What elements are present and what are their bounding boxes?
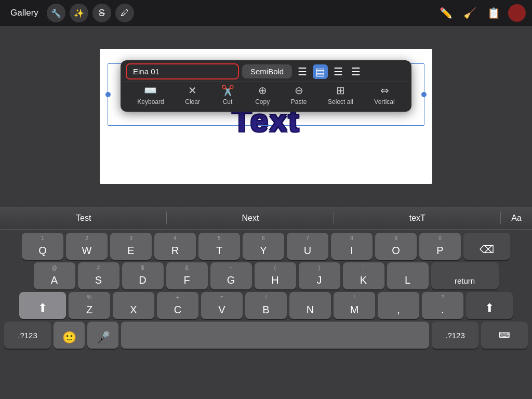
key-f[interactable]: &F (166, 262, 208, 289)
key-a[interactable]: @A (34, 262, 75, 289)
key-x[interactable]: X (113, 292, 154, 319)
key-shift-right[interactable]: ⬆ (466, 292, 513, 319)
key-period[interactable]: ?. (422, 292, 463, 319)
paste-icon: ⊖ (295, 84, 303, 97)
key-q[interactable]: 1Q (22, 233, 63, 260)
wrench-icon-button[interactable]: 🔧 (47, 4, 65, 22)
key-o[interactable]: 9O (375, 233, 417, 260)
keyboard-action[interactable]: ⌨️ Keyboard (133, 83, 168, 107)
key-p[interactable]: 0P (419, 233, 461, 260)
key-spacebar[interactable] (121, 322, 429, 349)
key-n[interactable]: N (289, 292, 331, 319)
eraser-tool-icon[interactable]: 🧹 (460, 4, 479, 22)
key-i[interactable]: 8I (331, 233, 373, 260)
key-c[interactable]: +C (157, 292, 198, 319)
copy-icon: ⊕ (258, 84, 267, 97)
keyboard-area: Test Next texT Aa 1Q 2W 3E 4R 5T 6Y 7U 8… (0, 207, 532, 399)
key-h[interactable]: (H (255, 262, 296, 289)
clear-action[interactable]: ✕ Clear (181, 83, 204, 107)
select-all-label: Select all (328, 98, 353, 105)
handle-left-center[interactable] (105, 92, 111, 97)
key-e[interactable]: 3E (110, 233, 152, 260)
cut-icon: ✂️ (221, 84, 234, 97)
key-t[interactable]: 5T (198, 233, 240, 260)
key-b[interactable]: /B (245, 292, 287, 319)
key-shift-left[interactable]: ⬆ (19, 292, 66, 319)
font-weight-button[interactable]: SemiBold (242, 64, 292, 78)
copy-action[interactable]: ⊕ Copy (251, 83, 274, 107)
popup-toolbar: SemiBold ☰ ▤ ☰ ☰ ⌨️ Keyboard ✕ Clear ✂️ … (121, 60, 411, 112)
keyboard-label: Keyboard (137, 98, 164, 105)
key-emoji[interactable]: 🙂 (54, 322, 85, 349)
key-j[interactable]: )J (299, 262, 340, 289)
key-s[interactable]: #S (78, 262, 119, 289)
key-g[interactable]: +G (210, 262, 252, 289)
popup-row1: SemiBold ☰ ▤ ☰ ☰ (123, 63, 409, 79)
key-y[interactable]: 6Y (243, 233, 284, 260)
autocorrect-next[interactable]: Next (167, 207, 334, 229)
clear-label: Clear (185, 98, 200, 105)
font-name-input[interactable] (126, 63, 239, 79)
clear-icon: ✕ (188, 84, 197, 97)
vertical-icon: ⇔ (380, 84, 389, 97)
canvas-popup-wrapper: SemiBold ☰ ▤ ☰ ☰ ⌨️ Keyboard ✕ Clear ✂️ … (100, 49, 432, 184)
align-center-button[interactable]: ▤ (313, 64, 328, 79)
key-v[interactable]: =V (201, 292, 243, 319)
paste-action[interactable]: ⊖ Paste (287, 83, 311, 107)
key-row-3: ⬆ %Z X +C =V /B N !M , ?. ⬆ (2, 292, 530, 319)
pen-icon-button[interactable]: 🖊 (115, 4, 134, 22)
key-row-bottom: .?123 🙂 🎤 .?123 ⌨ (2, 322, 530, 349)
key-delete[interactable]: ⌫ (463, 233, 510, 260)
key-num123-right[interactable]: .?123 (432, 322, 478, 349)
key-l[interactable]: L (387, 262, 429, 289)
gallery-button[interactable]: Gallery (6, 6, 43, 20)
align-left-button[interactable]: ☰ (295, 64, 310, 79)
magic-icon-button[interactable]: ✨ (70, 4, 88, 22)
autocorrect-test[interactable]: Test (0, 207, 167, 229)
avatar[interactable] (508, 4, 526, 22)
autocorrect-bar: Test Next texT Aa (0, 207, 532, 230)
key-comma[interactable]: , (378, 292, 419, 319)
strikethrough-icon-button[interactable]: S (92, 4, 111, 22)
key-return[interactable]: return (431, 262, 499, 289)
key-m[interactable]: !M (334, 292, 375, 319)
handle-right-center[interactable] (421, 92, 427, 97)
canvas-area: SemiBold ☰ ▤ ☰ ☰ ⌨️ Keyboard ✕ Clear ✂️ … (0, 26, 532, 207)
key-d[interactable]: $D (122, 262, 164, 289)
top-right-icons: ✏️ 🧹 📋 (436, 4, 526, 22)
key-microphone[interactable]: 🎤 (87, 322, 118, 349)
vertical-action[interactable]: ⇔ Vertical (370, 83, 398, 107)
key-keyboard-switch[interactable]: ⌨ (481, 322, 528, 349)
select-all-icon: ⊞ (336, 84, 345, 97)
copy-label: Copy (255, 98, 270, 105)
vertical-label: Vertical (374, 98, 394, 105)
autocorrect-text[interactable]: texT (334, 207, 501, 229)
key-k[interactable]: "K (343, 262, 384, 289)
pencil-tool-icon[interactable]: ✏️ (436, 4, 455, 22)
key-row-1: 1Q 2W 3E 4R 5T 6Y 7U 8I 9O 0P ⌫ (2, 233, 530, 260)
popup-row2: ⌨️ Keyboard ✕ Clear ✂️ Cut ⊕ Copy ⊖ Pa (123, 82, 409, 109)
select-all-action[interactable]: ⊞ Select all (324, 83, 357, 107)
autocorrect-aa[interactable]: Aa (501, 214, 532, 223)
key-row-2: @A #S $D &F +G (H )J "K L return (2, 262, 530, 289)
top-bar: Gallery 🔧 ✨ S 🖊 ✏️ 🧹 📋 (0, 0, 532, 26)
align-right-button[interactable]: ☰ (331, 64, 345, 79)
key-z[interactable]: %Z (69, 292, 110, 319)
paste-label: Paste (291, 98, 307, 105)
key-w[interactable]: 2W (66, 233, 108, 260)
align-justify-button[interactable]: ☰ (349, 64, 363, 79)
cut-action[interactable]: ✂️ Cut (217, 83, 238, 107)
key-num123-left[interactable]: .?123 (4, 322, 51, 349)
cut-label: Cut (223, 98, 233, 105)
layers-icon[interactable]: 📋 (484, 4, 503, 22)
keyboard-icon: ⌨️ (144, 84, 157, 97)
key-u[interactable]: 7U (287, 233, 328, 260)
key-r[interactable]: 4R (154, 233, 196, 260)
keyboard-rows: 1Q 2W 3E 4R 5T 6Y 7U 8I 9O 0P ⌫ @A #S $D… (0, 230, 532, 351)
